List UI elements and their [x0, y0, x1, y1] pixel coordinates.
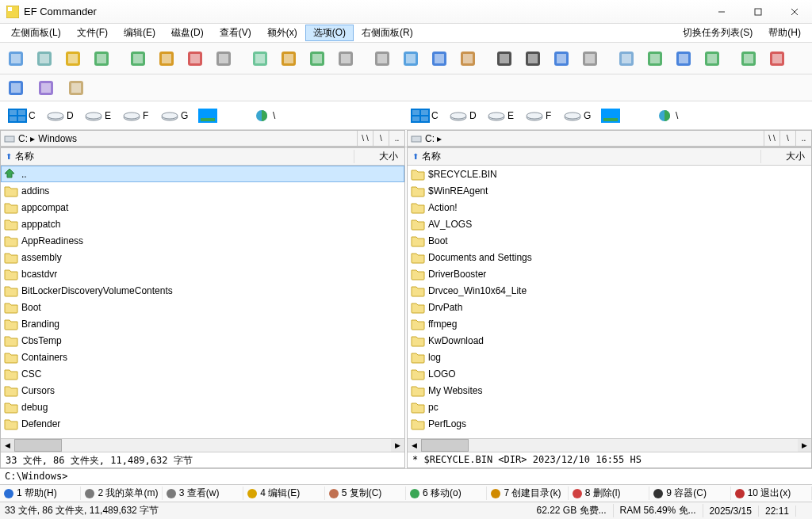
menu-item[interactable]: 左侧面板(L) — [3, 25, 69, 41]
drive-d[interactable]: D — [43, 107, 78, 124]
drive-f[interactable]: F — [522, 107, 557, 124]
drive-c[interactable]: C — [5, 107, 40, 124]
scroll-left-icon[interactable]: ◀ — [408, 439, 421, 452]
close-button[interactable] — [783, 4, 806, 20]
drive-desktop[interactable] — [598, 107, 633, 124]
list-item[interactable]: Defender — [1, 415, 404, 432]
list-item[interactable]: log — [408, 349, 811, 365]
copy-button[interactable] — [154, 46, 179, 71]
drive-e[interactable]: E — [484, 107, 519, 124]
list-item[interactable]: Action! — [408, 199, 811, 216]
info-button[interactable] — [3, 75, 29, 101]
scroll-right-icon[interactable]: ▶ — [391, 439, 404, 452]
drive-d[interactable]: D — [446, 107, 481, 124]
list-item[interactable]: Documents and Settings — [408, 249, 811, 265]
list-item[interactable]: AV_LOGS — [408, 216, 811, 232]
no-entry-button[interactable] — [764, 46, 790, 71]
fnkey[interactable]: 10 退出(x) — [731, 487, 812, 500]
printer-button[interactable] — [577, 46, 603, 71]
up-dir-row[interactable]: .. — [1, 166, 404, 182]
scroll-left-icon[interactable]: ◀ — [1, 439, 14, 452]
list-item[interactable]: $RECYCLE.BIN — [408, 166, 811, 182]
new-file-button[interactable] — [89, 46, 114, 71]
music-button[interactable] — [33, 75, 59, 101]
list-item[interactable]: assembly — [1, 249, 404, 265]
minimize-button[interactable] — [710, 4, 733, 20]
fnkey[interactable]: 3 查看(w) — [163, 487, 243, 500]
path-up-button[interactable]: .. — [795, 131, 811, 146]
list-item[interactable]: bcastdvr — [1, 265, 404, 282]
drive-c[interactable]: C — [408, 107, 442, 124]
trash-button[interactable] — [614, 46, 639, 71]
menu-item[interactable]: 右侧面板(R) — [354, 25, 421, 41]
list-item[interactable]: ffmpeg — [408, 315, 811, 332]
list-item[interactable]: BitLockerDiscoveryVolumeContents — [1, 282, 404, 299]
list-item[interactable]: PerfLogs — [408, 415, 811, 432]
tree-button[interactable] — [699, 46, 725, 71]
recycle-button[interactable] — [642, 46, 668, 71]
menu-item[interactable]: 帮助(H) — [760, 25, 809, 41]
list-item[interactable]: Boot — [1, 299, 404, 315]
drive-f[interactable]: F — [119, 107, 154, 124]
scroll-thumb[interactable] — [14, 439, 62, 452]
menu-item[interactable]: 文件(F) — [69, 25, 116, 41]
menu-item[interactable]: 编辑(E) — [116, 25, 163, 41]
list-item[interactable]: debug — [1, 399, 404, 415]
delete-button[interactable] — [182, 46, 208, 71]
right-hscroll[interactable]: ◀ ▶ — [408, 438, 811, 452]
left-file-list[interactable]: ..addinsappcompatapppatchAppReadinessass… — [1, 166, 404, 438]
list-item[interactable]: KwDownload — [408, 332, 811, 349]
fnkey[interactable]: 2 我的菜单(m) — [81, 487, 162, 500]
print-button[interactable] — [211, 46, 236, 71]
list-item[interactable]: appcompat — [1, 199, 404, 216]
path-up-button[interactable]: .. — [389, 131, 404, 146]
drive-desktop[interactable] — [195, 107, 230, 124]
new-folder-button[interactable] — [125, 46, 151, 71]
list-item[interactable]: Containers — [1, 349, 404, 365]
menu-item[interactable]: 磁盘(D) — [163, 25, 212, 41]
drive-network[interactable]: \ — [249, 107, 284, 124]
command-line[interactable]: C:\Windows> — [0, 468, 812, 484]
menu-item[interactable]: 查看(V) — [212, 25, 259, 41]
drive-e[interactable]: E — [81, 107, 116, 124]
path-slash-button[interactable]: \ — [779, 131, 795, 146]
list-item[interactable]: apppatch — [1, 216, 404, 232]
list-item[interactable]: AppReadiness — [1, 232, 404, 249]
right-column-header[interactable]: ⬆名称 大小 — [408, 148, 811, 166]
desktop-button[interactable] — [671, 46, 696, 71]
list-item[interactable]: Cursors — [1, 382, 404, 399]
list-item[interactable]: CbsTemp — [1, 332, 404, 349]
refresh-button[interactable] — [304, 46, 330, 71]
path-root-button[interactable]: \ \ — [764, 131, 779, 146]
terminal-button[interactable] — [492, 46, 517, 71]
replace-button[interactable] — [370, 46, 395, 71]
fnkey[interactable]: 7 创建目录(k) — [487, 487, 568, 500]
drive-g[interactable]: G — [157, 107, 192, 124]
fnkey[interactable]: 6 移动(o) — [406, 487, 487, 500]
sound-button[interactable] — [63, 75, 89, 101]
globe-button[interactable] — [736, 46, 761, 71]
console-button[interactable] — [520, 46, 546, 71]
list-item[interactable]: LOGO — [408, 365, 811, 382]
sync-button[interactable] — [398, 46, 423, 71]
left-column-header[interactable]: ⬆名称 大小 — [1, 148, 404, 166]
list-item[interactable]: Boot — [408, 232, 811, 249]
fnkey[interactable]: 8 删除(l) — [569, 487, 649, 500]
list-item[interactable]: CSC — [1, 365, 404, 382]
fnkey[interactable]: 9 容器(C) — [649, 487, 730, 500]
maximize-button[interactable] — [747, 4, 769, 20]
fnkey[interactable]: 5 复制(C) — [325, 487, 406, 500]
menu-item[interactable]: 额外(x) — [259, 25, 305, 41]
properties-button[interactable] — [3, 46, 29, 71]
path-root-button[interactable]: \ \ — [357, 131, 373, 146]
pyramid-button[interactable] — [455, 46, 481, 71]
edit-button[interactable] — [60, 46, 86, 71]
drive-network[interactable]: \ — [652, 107, 687, 124]
list-item[interactable]: $WinREAgent — [408, 182, 811, 199]
menu-item[interactable]: 选项(O) — [305, 25, 354, 41]
mail-button[interactable] — [247, 46, 273, 71]
path-slash-button[interactable]: \ — [373, 131, 389, 146]
menu-item[interactable]: 切换任务列表(S) — [675, 25, 760, 41]
list-item[interactable]: DriverBooster — [408, 265, 811, 282]
scroll-right-icon[interactable]: ▶ — [798, 439, 811, 452]
